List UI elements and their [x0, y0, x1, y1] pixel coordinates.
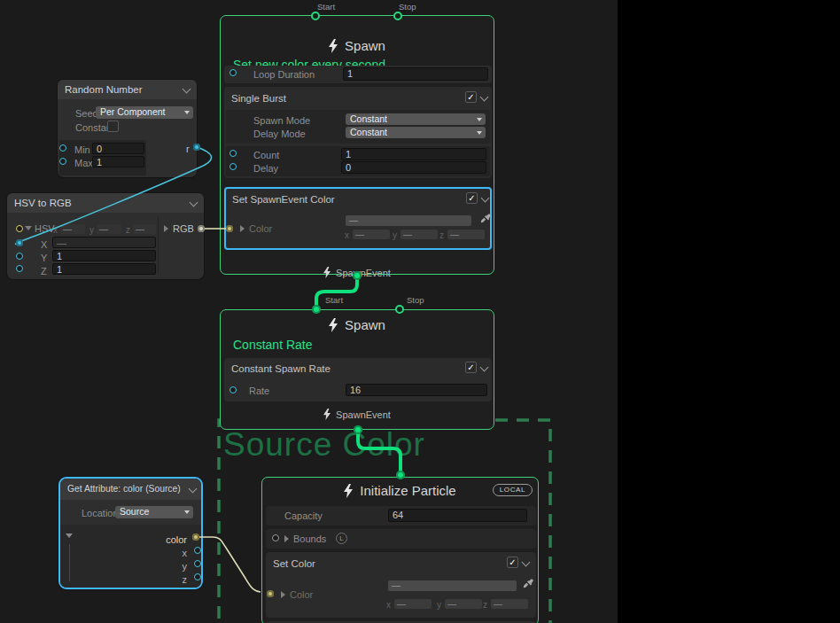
color-swatch-field[interactable]: — — [346, 215, 471, 226]
spawnevent-color-port[interactable] — [226, 225, 233, 232]
getattr-x-output-port[interactable] — [194, 547, 201, 554]
hsv-input-port[interactable] — [16, 225, 23, 232]
single-burst-checkbox[interactable]: ✓ — [465, 91, 477, 103]
eyedropper-icon[interactable] — [523, 579, 533, 589]
hsv-rgb-output-port[interactable] — [198, 225, 205, 232]
node-title: Spawn — [345, 38, 385, 53]
random-min-port[interactable] — [59, 144, 66, 152]
chevron-down-icon[interactable] — [480, 93, 489, 102]
hsv-x-dash[interactable]: — — [60, 224, 85, 234]
min-label: Min — [74, 144, 90, 155]
set-spawnevent-color-block[interactable]: Set SpawnEvent Color ✓ Color — x — y — z… — [224, 187, 492, 250]
set-color-port[interactable] — [267, 590, 274, 597]
node-header[interactable]: HSV to RGB — [7, 193, 204, 213]
count-port[interactable] — [229, 150, 237, 157]
chevron-down-icon[interactable] — [480, 363, 489, 372]
spawnevent-label: SpawnEvent — [336, 268, 391, 278]
node-note[interactable]: Constant Rate — [233, 338, 313, 352]
initialize-flow-in-port[interactable] — [396, 471, 405, 479]
spawn-mode-label: Spawn Mode — [253, 115, 310, 126]
set-color-block[interactable]: Set Color ✓ Color — x — y — z — — [266, 552, 536, 618]
constant-spawn-rate-block[interactable]: Constant Spawn Rate ✓ Rate 16 — [224, 358, 492, 401]
delay-port[interactable] — [229, 163, 237, 170]
chevron-down-icon[interactable] — [189, 485, 198, 494]
single-burst-block[interactable]: Single Burst ✓ Spawn Mode Constant Delay… — [224, 87, 492, 178]
spawn-context-1[interactable]: Spawn Set new color every second Loop Du… — [220, 15, 494, 275]
random-number-node[interactable]: Random Number Seed Per Component Constan… — [58, 80, 197, 177]
expander-down-icon[interactable] — [25, 226, 32, 230]
location-dropdown[interactable]: Source — [115, 506, 193, 518]
constant-spawn-rate-checkbox[interactable]: ✓ — [465, 362, 477, 373]
set-color-checkbox[interactable]: ✓ — [507, 557, 518, 568]
min-field[interactable]: 0 — [92, 143, 144, 154]
spawn1-start-port[interactable] — [311, 12, 320, 20]
bounds-port[interactable] — [272, 534, 279, 541]
getattr-y-output-port[interactable] — [194, 560, 201, 567]
hsv-y-dash[interactable]: — — [97, 224, 121, 234]
set-spawnevent-color-checkbox[interactable]: ✓ — [466, 192, 478, 204]
group-title[interactable]: Source Color — [223, 426, 425, 463]
hsv-z-port[interactable] — [16, 265, 23, 272]
y-field[interactable]: 1 — [52, 250, 156, 261]
hsv-to-rgb-node[interactable]: HSV to RGB HSV x — y — z — X — Y 1 Z 1 R… — [7, 193, 204, 279]
random-r-output-port[interactable] — [193, 144, 200, 151]
spawn1-stop-port[interactable] — [393, 12, 402, 20]
expander-right-icon[interactable] — [284, 535, 289, 542]
y-axis-label: y — [437, 600, 441, 610]
spawn2-stop-port[interactable] — [395, 305, 404, 314]
node-title: Spawn — [345, 317, 385, 332]
x-dash-field[interactable]: — — [353, 230, 390, 239]
spawn1-spawnevent-port[interactable] — [353, 271, 362, 280]
spawn-context-2[interactable]: Spawn Constant Rate Constant Spawn Rate … — [220, 309, 494, 430]
z-field[interactable]: 1 — [52, 263, 156, 275]
single-burst-title: Single Burst — [231, 93, 286, 104]
constant-checkbox[interactable] — [107, 121, 119, 132]
x-field[interactable]: — — [52, 237, 156, 248]
loop-duration-field[interactable]: 1 — [343, 67, 488, 81]
spawn2-spawnevent-port[interactable] — [354, 425, 362, 434]
seed-dropdown[interactable]: Per Component — [96, 106, 193, 119]
y-dash-field[interactable]: — — [445, 599, 482, 609]
chevron-down-icon[interactable] — [190, 199, 198, 207]
initialize-particle-context[interactable]: Initialize Particle LOCAL Capacity 64 Bo… — [261, 477, 539, 623]
delay-field[interactable]: 0 — [341, 161, 486, 174]
y-row-label: Y — [41, 253, 47, 263]
expander-right-icon[interactable] — [240, 225, 245, 232]
lightning-icon — [323, 267, 331, 278]
chevron-down-icon[interactable] — [481, 194, 490, 203]
max-field[interactable]: 1 — [92, 156, 144, 167]
capacity-field[interactable]: 64 — [388, 509, 527, 522]
lightning-icon — [323, 409, 331, 420]
rate-port[interactable] — [229, 386, 237, 393]
z-dash-field[interactable]: — — [491, 599, 528, 609]
count-field[interactable]: 1 — [341, 148, 486, 160]
loop-duration-port[interactable] — [229, 69, 237, 76]
z-dash-field[interactable]: — — [447, 230, 485, 239]
z-axis-label: z — [439, 230, 444, 240]
edge-getattr-color-to-set-color[interactable] — [198, 537, 261, 592]
rate-field[interactable]: 16 — [346, 384, 487, 396]
hsv-y-port[interactable] — [16, 253, 23, 260]
node-header[interactable]: Get Attribute: color (Source) — [60, 479, 201, 500]
spawn2-start-port[interactable] — [312, 305, 321, 314]
y-dash-field[interactable]: — — [401, 230, 438, 239]
hsv-x-port[interactable] — [16, 239, 23, 246]
vfx-graph-canvas[interactable]: Source Color Start Stop Spawn Set new co… — [0, 0, 618, 623]
getattr-z-output-port[interactable] — [194, 573, 201, 580]
hsv-z-dash[interactable]: — — [133, 224, 156, 234]
eyedropper-icon[interactable] — [480, 214, 491, 224]
node-title: HSV to RGB — [14, 198, 72, 208]
color-swatch-field[interactable]: — — [388, 580, 517, 591]
chevron-down-icon[interactable] — [522, 558, 531, 567]
delay-mode-dropdown[interactable]: Constant — [346, 127, 486, 138]
random-max-port[interactable] — [59, 158, 66, 165]
chevron-down-icon[interactable] — [183, 85, 191, 94]
getattr-color-output-port[interactable] — [192, 533, 199, 541]
node-header[interactable]: Random Number — [58, 80, 197, 99]
get-attribute-node[interactable]: Get Attribute: color (Source) Location S… — [58, 477, 203, 589]
expander-down-icon[interactable] — [66, 533, 73, 538]
location-value: Source — [120, 506, 149, 517]
x-dash-field[interactable]: — — [394, 599, 432, 609]
expander-right-icon[interactable] — [281, 591, 285, 598]
spawn-mode-dropdown[interactable]: Constant — [346, 113, 486, 125]
